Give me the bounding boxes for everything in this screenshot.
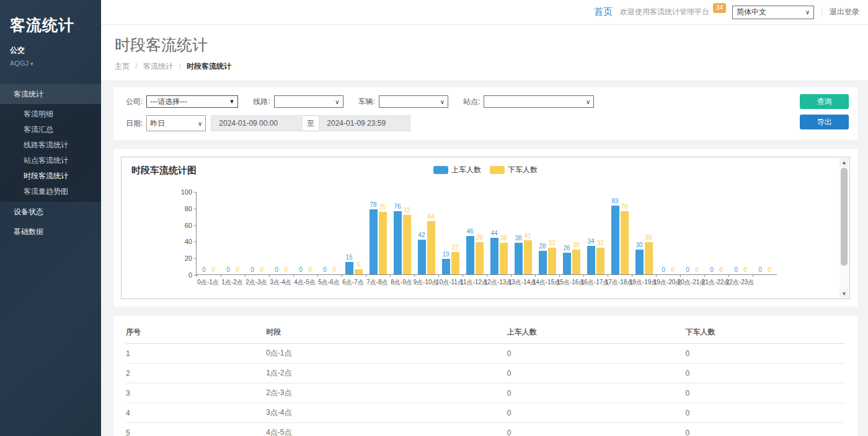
y-axis-tick-label: 60 (185, 222, 192, 229)
bar-value-label: 83 (611, 198, 618, 204)
logout-link[interactable]: 退出登录 (822, 7, 859, 17)
x-axis-label: 3点-4点 (268, 278, 293, 287)
sidebar-subitem[interactable]: 客流量趋势图 (0, 184, 101, 199)
x-axis-label: 7点-8点 (365, 278, 389, 287)
breadcrumb-section[interactable]: 客流统计 (143, 62, 173, 71)
table-cell: 2 (126, 364, 266, 383)
x-axis-label: 5点-6点 (317, 278, 341, 287)
legend-swatch (490, 166, 505, 174)
station-select[interactable]: ∨ (484, 95, 594, 108)
bar-unit: 6 (355, 262, 363, 274)
user-dropdown[interactable]: AQGJ▾ (10, 59, 101, 67)
bar-unit: 0 (273, 267, 281, 274)
bar-unit: 39 (476, 235, 484, 274)
bar-value-label: 0 (686, 267, 689, 273)
sidebar-item-device-status[interactable]: 设备状态 (0, 202, 101, 222)
bar-unit: 0 (732, 267, 740, 274)
bar-unit: 26 (563, 245, 571, 274)
sidebar-subitem[interactable]: 客流汇总 (0, 122, 101, 137)
breadcrumb-home[interactable]: 主页 (115, 62, 130, 71)
bar-unit: 0 (321, 267, 329, 274)
bar (476, 242, 484, 274)
bar-unit: 76 (621, 204, 629, 274)
bar (345, 262, 353, 274)
sidebar-subitem[interactable]: 线路客流统计 (0, 137, 101, 153)
x-axis-label: 20点-21点 (680, 278, 704, 287)
vehicle-select[interactable]: ∨ (379, 95, 448, 108)
table-cell: 4 (126, 403, 266, 423)
legend-item: 上车人数 (433, 165, 481, 175)
x-axis-label: 19点-20点 (655, 278, 680, 287)
query-button[interactable]: 查询 (800, 94, 849, 109)
scrollbar-thumb[interactable] (841, 168, 848, 266)
bar-value-label: 0 (332, 267, 336, 273)
line-select[interactable]: ∨ (274, 95, 343, 108)
sidebar-subitem[interactable]: 客流明细 (0, 107, 101, 122)
bar-group: 00 (680, 267, 704, 274)
bar-group: 00 (221, 267, 245, 274)
bar-unit: 34 (587, 238, 595, 274)
language-select[interactable]: 简体中文 ∨ (732, 6, 814, 19)
bar-group: 00 (245, 267, 269, 274)
date-preset-select[interactable]: 昨日 ∨ (146, 115, 206, 131)
bar-value-label: 0 (719, 267, 723, 273)
date-end-input[interactable]: 2024-01-09 23:59 (319, 115, 410, 131)
bar-value-label: 0 (299, 267, 303, 273)
chevron-down-icon: ∨ (586, 98, 590, 105)
table-cell: 1点-2点 (266, 364, 507, 383)
bar (490, 238, 498, 274)
notification-badge[interactable]: 34 (713, 3, 726, 13)
x-axis-label (752, 278, 776, 287)
bar-unit: 78 (370, 202, 378, 274)
topbar: 首页 欢迎使用客流统计管理平台 34 简体中文 ∨ 退出登录 (101, 0, 868, 25)
bar-unit: 0 (684, 267, 692, 274)
scroll-down-icon[interactable]: ▼ (839, 289, 849, 298)
chart-plot: 0000000000001567875767242641927463944383… (196, 192, 777, 287)
sidebar-subitem[interactable]: 站点客流统计 (0, 153, 101, 168)
table-cell: 0 (685, 364, 845, 383)
bar-unit: 0 (708, 267, 716, 274)
bar (355, 269, 363, 274)
x-axis-label: 15点-16点 (559, 278, 583, 287)
bar-value-label: 0 (275, 267, 278, 273)
bar-unit: 41 (524, 233, 532, 274)
bar-value-label: 0 (710, 267, 714, 273)
x-axis-label: 4点-5点 (293, 278, 317, 287)
bar (611, 206, 619, 274)
bar-unit: 32 (548, 240, 556, 274)
content: 公司: ---请选择--- ▼ 线路: ∨ 车辆: ∨ 站点: (101, 81, 868, 436)
home-link[interactable]: 首页 (594, 6, 613, 18)
bar-group: 2832 (535, 240, 559, 274)
scroll-up-icon[interactable]: ▲ (839, 158, 849, 167)
bar-value-label: 32 (596, 240, 603, 246)
breadcrumb-separator: / (179, 62, 180, 71)
bar (403, 215, 411, 274)
export-button[interactable]: 导出 (800, 115, 849, 129)
bar-unit: 0 (717, 267, 725, 274)
bar-unit: 0 (224, 267, 232, 274)
bar (515, 243, 523, 274)
bar-value-label: 0 (284, 267, 288, 273)
chevron-down-icon: ∨ (198, 120, 202, 127)
line-label: 线路: (253, 97, 270, 107)
bar (596, 248, 604, 274)
bar-group: 00 (197, 267, 221, 274)
bar-unit: 0 (210, 267, 218, 274)
bar-group: 00 (317, 267, 342, 274)
sidebar-subitem[interactable]: 时段客流统计 (0, 168, 101, 184)
sidebar-item-base-data[interactable]: 基础数据 (0, 222, 101, 242)
breadcrumb: 主页 / 客流统计 / 时段客流统计 (115, 61, 868, 72)
date-start-input[interactable]: 2024-01-09 00:00 (211, 115, 303, 131)
bar-group: 3841 (511, 233, 535, 274)
bar (587, 246, 595, 274)
bar-value-label: 26 (563, 245, 570, 251)
sidebar-item-passenger-stats[interactable]: 客流统计 (0, 84, 101, 104)
company-select[interactable]: ---请选择--- ▼ (146, 95, 238, 108)
sidebar-submenu: 客流明细客流汇总线路客流统计站点客流统计时段客流统计客流量趋势图 (0, 104, 101, 202)
bar-value-label: 78 (370, 202, 376, 208)
bar-unit: 0 (693, 267, 701, 274)
table-cell: 0 (507, 364, 686, 383)
table-cell: 3 (126, 383, 266, 403)
legend-label: 下车人数 (508, 165, 538, 175)
bar-group: 7875 (366, 202, 390, 274)
